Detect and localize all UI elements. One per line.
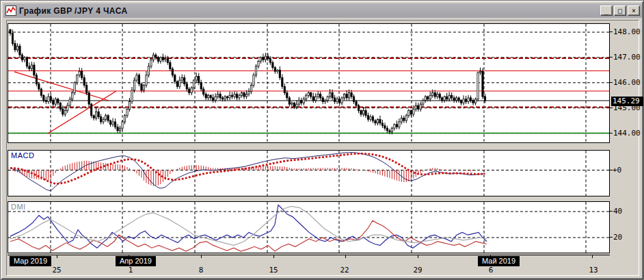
current-price-badge: 145.29 [611, 97, 643, 106]
time-axis [8, 255, 610, 255]
price-axis-tick [609, 31, 613, 32]
dmi-axis-tick [609, 211, 613, 212]
time-axis-tick [273, 255, 274, 258]
dmi-axis-label: 40 [613, 207, 622, 216]
day-label: 25 [52, 266, 61, 275]
price-axis-tick [609, 57, 613, 58]
price-axis-label: 148.00 [613, 27, 641, 36]
macd-zero-label: +0 [613, 166, 621, 175]
chart-window: График GBP /JPY 4 ЧАСА _ □ × MACD DMI 14… [0, 0, 644, 280]
window-title: График GBP /JPY 4 ЧАСА [19, 6, 127, 16]
time-axis-tick [345, 255, 346, 258]
dmi-label: DMI [11, 203, 26, 211]
price-axis-tick [609, 107, 613, 108]
dmi-panel[interactable]: DMI [8, 201, 610, 253]
price-axis-tick [609, 82, 613, 83]
dmi-axis-tick [609, 237, 613, 238]
month-label: Май 2019 [478, 256, 520, 266]
day-label: 8 [199, 266, 204, 275]
maximize-button[interactable]: □ [614, 5, 626, 16]
chart-icon [5, 5, 16, 16]
time-axis-tick [57, 255, 57, 258]
month-label: Мар 2019 [10, 256, 51, 266]
price-axis-label: 144.00 [613, 129, 641, 138]
macd-label: MACD [11, 151, 34, 160]
day-label: 22 [340, 266, 349, 275]
day-label: 15 [269, 266, 278, 275]
time-axis-tick [418, 255, 418, 258]
titlebar[interactable]: График GBP /JPY 4 ЧАСА _ □ × [3, 3, 642, 18]
price-axis-label: 146.00 [613, 78, 641, 87]
day-label: 29 [413, 266, 422, 275]
price-axis-label: 147.00 [613, 53, 641, 62]
day-label: 6 [489, 266, 494, 275]
month-label: Апр 2019 [116, 256, 156, 266]
minimize-button[interactable]: _ [600, 5, 613, 16]
day-label: 13 [589, 266, 598, 275]
time-axis-tick [592, 255, 593, 258]
dmi-axis-label: 20 [613, 233, 622, 242]
day-label: 1 [129, 266, 133, 275]
close-button[interactable]: × [628, 5, 640, 16]
macd-panel[interactable]: MACD [8, 150, 610, 196]
price-axis-tick [609, 133, 613, 133]
price-chart-panel[interactable] [8, 23, 610, 143]
time-axis-tick [201, 255, 202, 258]
